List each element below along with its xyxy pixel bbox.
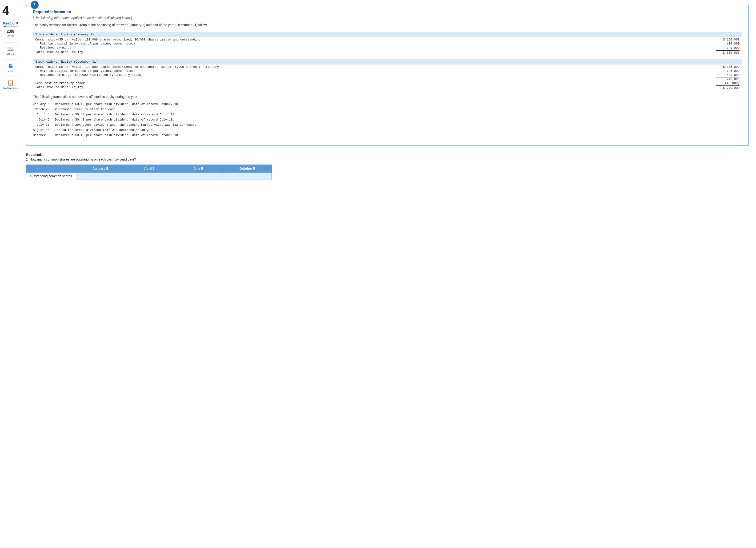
transaction-4: July 5 Declared a $0.40 per share cash d… xyxy=(33,117,742,122)
equity-value: $ 175,000 xyxy=(716,65,740,69)
col-header-jul5: July 5 xyxy=(174,165,223,172)
equity-value: (40,000) xyxy=(716,81,740,85)
equity-row: Retained earnings ($40,000 restricted by… xyxy=(33,73,742,77)
input-cell-apr5[interactable] xyxy=(125,172,174,180)
col-header-apr5: April 5 xyxy=(125,165,174,172)
points-label: points xyxy=(7,34,14,37)
equity-row-total: Total stockholders' equity $ 600,000 xyxy=(33,50,742,55)
equity-row-subtotal: 740,000 xyxy=(33,77,742,81)
required-section: Required: 1. How many common shares are … xyxy=(26,152,749,180)
print-icon: 🖶 xyxy=(8,63,13,69)
transaction-5: July 31 Declared a 20% stock dividend wh… xyxy=(33,122,742,128)
equity-row-retained: Retained earnings 340,000 xyxy=(33,46,742,50)
equity-value: 145,000 xyxy=(716,69,740,73)
transaction-2: March 20 Purchased treasury stock for ca… xyxy=(33,107,742,112)
jan1-header: Stockholders' Equity (January 1) xyxy=(33,32,742,37)
sidebar-item-ebook[interactable]: 📖 eBook xyxy=(0,44,21,58)
input-cell-jan5[interactable] xyxy=(76,172,125,180)
equity-value: 340,000 xyxy=(716,46,740,50)
progress-bar xyxy=(4,26,18,27)
main-content: ! Required information [The following in… xyxy=(21,0,756,548)
equity-label: Common stock—$5 par value, 100,000 share… xyxy=(35,65,716,69)
transaction-1: January 5 Declared a $0.40 per share cas… xyxy=(33,102,742,107)
references-label: References xyxy=(3,87,18,90)
transaction-6: August 14 Issued the stock dividend that… xyxy=(33,128,742,133)
transaction-7: October 5 Declared a $0.40 per share cas… xyxy=(33,133,742,138)
col-header-empty xyxy=(26,165,76,172)
equity-value: 110,000 xyxy=(716,42,740,45)
answer-input-apr5[interactable] xyxy=(129,174,170,178)
answer-input-oct5[interactable] xyxy=(227,174,268,178)
answer-input-jan5[interactable] xyxy=(80,174,121,178)
progress-fill xyxy=(4,26,6,27)
equity-value: $ 700,000 xyxy=(716,85,740,90)
sidebar-item-print[interactable]: 🖶 Print xyxy=(0,60,21,75)
equity-row: Paid-in capital in excess of par value, … xyxy=(33,69,742,73)
col-header-jan5: January 5 xyxy=(76,165,125,172)
print-label: Print xyxy=(8,70,13,73)
equity-row-total-dec: Total stockholders' equity $ 700,000 xyxy=(33,85,742,90)
sidebar-item-references[interactable]: 📋 References xyxy=(0,77,21,92)
transactions-intro: The following transactions and events af… xyxy=(33,94,742,100)
equity-row: Common stock—$5 par value, 100,000 share… xyxy=(33,38,742,42)
table-row: Outstanding common shares xyxy=(26,172,272,180)
equity-value: $ 150,000 xyxy=(716,38,740,41)
references-icon: 📋 xyxy=(7,80,14,86)
info-intro: The equity sections for Atticus Group at… xyxy=(33,23,742,28)
answer-input-jul5[interactable] xyxy=(178,174,219,178)
equity-label: Total stockholders' equity xyxy=(35,85,716,90)
points-value: 2.08 xyxy=(7,29,14,34)
equity-row: Paid-in capital in excess of par value, … xyxy=(33,42,742,46)
equity-row: Common stock—$5 par value, 100,000 share… xyxy=(33,65,742,69)
equity-value: 740,000 xyxy=(716,77,740,81)
input-cell-oct5[interactable] xyxy=(223,172,272,180)
row-label-outstanding: Outstanding common shares xyxy=(26,172,76,180)
equity-value: $ 600,000 xyxy=(716,50,740,55)
equity-table-jan1: Stockholders' Equity (January 1) Common … xyxy=(33,32,742,55)
equity-label: Less cost of treasury stock xyxy=(35,81,716,85)
transactions-section: The following transactions and events af… xyxy=(33,94,742,138)
sidebar: 4 Part 1 of 5 2.08 points 📖 eBook 🖶 Prin… xyxy=(0,0,21,548)
col-header-oct5: October 5 xyxy=(223,165,272,172)
dec31-header: Stockholders' Equity (December 31) xyxy=(33,59,742,64)
part-label: Part 1 of 5 xyxy=(3,22,18,25)
equity-label xyxy=(35,77,716,81)
ebook-label: eBook xyxy=(6,53,14,56)
equity-table-dec31: Stockholders' Equity (December 31) Commo… xyxy=(33,59,742,90)
transaction-3: April 5 Declared a $0.40 per share cash … xyxy=(33,112,742,117)
equity-label: Paid-in capital in excess of par value, … xyxy=(40,42,716,45)
equity-row-treasury: Less cost of treasury stock (40,000) xyxy=(33,81,742,85)
equity-label: Common stock—$5 par value, 100,000 share… xyxy=(35,38,716,41)
equity-label: Total stockholders' equity xyxy=(35,50,716,55)
info-box: ! Required information [The following in… xyxy=(26,5,749,146)
info-title: Required information xyxy=(33,10,742,14)
ebook-icon: 📖 xyxy=(7,46,14,52)
sidebar-divider xyxy=(3,42,18,43)
problem-number: 4 xyxy=(0,4,9,16)
required-question: 1. How many common shares are outstandin… xyxy=(26,157,749,161)
info-subtitle: [The following information applies to th… xyxy=(33,16,742,20)
equity-label: Retained earnings xyxy=(40,46,716,50)
input-cell-jul5[interactable] xyxy=(174,172,223,180)
required-label: Required: xyxy=(26,152,749,156)
info-icon: ! xyxy=(31,1,39,9)
answer-table: January 5 April 5 July 5 October 5 Outst… xyxy=(26,164,272,180)
equity-value: 420,000 xyxy=(716,73,740,77)
equity-label: Paid-in capital in excess of par value, … xyxy=(40,69,716,73)
sidebar-divider-2 xyxy=(3,59,18,60)
equity-label: Retained earnings ($40,000 restricted by… xyxy=(40,73,716,77)
